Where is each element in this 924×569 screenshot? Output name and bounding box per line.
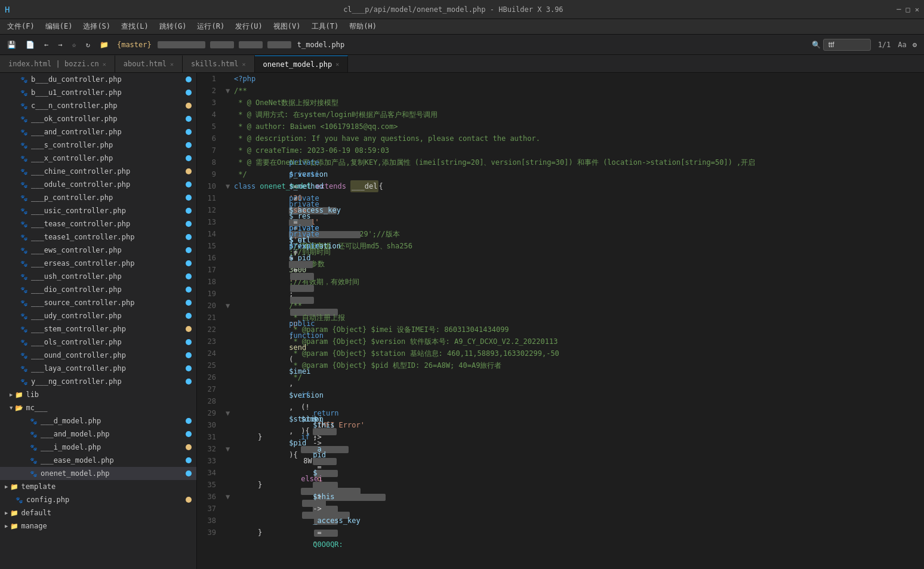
- tab-close-onenet[interactable]: ✕: [335, 61, 339, 67]
- badge: [186, 339, 192, 345]
- file-name: ___p_controller.php: [31, 193, 183, 202]
- folder-label-lib: lib: [26, 390, 39, 399]
- menu-help[interactable]: 帮助(H): [344, 20, 381, 33]
- sidebar-item-tease[interactable]: 🐾 ___tease_controller.php: [0, 217, 196, 230]
- file-icon: 🐾: [19, 232, 29, 242]
- folder-icon: 📂: [15, 404, 23, 412]
- sidebar-item-x[interactable]: 🐾 ___x_controller.php: [0, 152, 196, 165]
- code-line-27: public function send ( $imei , $version …: [226, 383, 919, 395]
- chevron-right-icon: ▶: [5, 484, 8, 490]
- badge: [186, 444, 192, 450]
- sidebar-item-dio[interactable]: 🐾 ___dio_controller.php: [0, 283, 196, 296]
- toolbar-icon-save[interactable]: 💾: [4, 39, 20, 50]
- file-name: ___ease_model.php: [41, 456, 183, 465]
- sidebar-item-cn[interactable]: 🐾 c___n_controller.php: [0, 99, 196, 112]
- menu-goto[interactable]: 跳转(G): [155, 20, 192, 33]
- toolbar-search-input[interactable]: [823, 39, 871, 51]
- code-line-3: * @ OneNet数据上报对接模型: [226, 97, 919, 109]
- tab-onenet[interactable]: onenet_model.php ✕: [255, 56, 349, 72]
- menu-edit[interactable]: 编辑(E): [41, 20, 78, 33]
- toolbar-forward[interactable]: →: [54, 39, 66, 50]
- file-name: y___ng_controller.php: [31, 377, 183, 386]
- title-bar-controls: ─ □ ✕: [897, 5, 919, 14]
- sidebar-item-erseas[interactable]: 🐾 ___erseas_controller.php: [0, 257, 196, 270]
- sidebar-item-p[interactable]: 🐾 ___p_controller.php: [0, 191, 196, 204]
- toolbar-settings[interactable]: ⚙: [909, 39, 920, 50]
- sidebar-folder-mc[interactable]: ▼ 📂 mc___: [0, 401, 196, 414]
- toolbar-search-icon: 🔍: [812, 41, 821, 49]
- sidebar-item-usic[interactable]: 🐾 ___usic_controller.php: [0, 204, 196, 217]
- sidebar-item-ols[interactable]: 🐾 ___ols_controller.php: [0, 336, 196, 349]
- file-name: ___usic_controller.php: [31, 207, 183, 215]
- sidebar-item-udy[interactable]: 🐾 ___udy_controller.php: [0, 309, 196, 322]
- tab-index[interactable]: index.html | bozzi.cn ✕: [0, 56, 115, 72]
- sidebar-folder-default[interactable]: ▶ 📁 default: [0, 506, 196, 519]
- sidebar-item-odule[interactable]: 🐾 ___odule_controller.php: [0, 178, 196, 191]
- sidebar-item-yng[interactable]: 🐾 y___ng_controller.php: [0, 375, 196, 388]
- code-line-6: * @ description: If you have any questio…: [226, 133, 919, 144]
- sidebar-item-ound[interactable]: 🐾 ___ound_controller.php: [0, 349, 196, 362]
- badge: [186, 195, 192, 201]
- sidebar-item-s[interactable]: 🐾 ___s_controller.php: [0, 139, 196, 152]
- folder-icon: 📁: [15, 391, 23, 399]
- sidebar-item-i-model[interactable]: 🐾 ___i_model.php: [0, 441, 196, 454]
- sidebar-folder-template[interactable]: ▶ 📁 template: [0, 480, 196, 493]
- file-name: ___tease1_controller.php: [31, 233, 183, 241]
- sidebar-item-ush[interactable]: 🐾 ___ush_controller.php: [0, 270, 196, 283]
- sidebar-item-ease-model[interactable]: 🐾 ___ease_model.php: [0, 454, 196, 467]
- file-name: ___tease_controller.php: [31, 220, 183, 228]
- menu-select[interactable]: 选择(S): [78, 20, 115, 33]
- title-bar-text: cl___p/api/model/onenet_model.php - HBui…: [14, 5, 892, 14]
- sidebar-item-bidu[interactable]: 🐾 b___du_controller.php: [0, 73, 196, 86]
- tab-about[interactable]: about.html ✕: [115, 56, 183, 72]
- sidebar-item-ok[interactable]: 🐾 ___ok_controller.php: [0, 112, 196, 125]
- sidebar-item-and[interactable]: 🐾 ___and_controller.php: [0, 125, 196, 139]
- sidebar-folder-manage[interactable]: ▶ 📁 manage: [0, 519, 196, 533]
- badge: [186, 182, 192, 187]
- tab-close-index[interactable]: ✕: [103, 61, 106, 67]
- sidebar-item-source[interactable]: 🐾 ___source_controller.php: [0, 296, 196, 309]
- sidebar-item-d-model[interactable]: 🐾 ___d_model.php: [0, 414, 196, 427]
- badge: [186, 287, 192, 293]
- sidebar-item-chine[interactable]: 🐾 ___chine_controller.php: [0, 165, 196, 178]
- sidebar-folder-lib[interactable]: ▶ 📁 lib: [0, 388, 196, 401]
- folder-icon: 📁: [10, 522, 19, 530]
- code-content[interactable]: <?php ▼ /** * @ OneNet数据上报对接模型 * @ 调用方式:…: [221, 73, 924, 569]
- code-line-25: * @param {Object} $pid 机型ID: 26=A8W; 40=…: [226, 359, 919, 371]
- menu-find[interactable]: 查找(L): [116, 20, 153, 33]
- badge: [186, 247, 192, 253]
- sidebar-item-config[interactable]: 🐾 config.php: [0, 493, 196, 506]
- sidebar-item-laya[interactable]: 🐾 ___laya_controller.php: [0, 362, 196, 375]
- menu-view[interactable]: 视图(V): [269, 20, 306, 33]
- menu-file[interactable]: 文件(F): [2, 20, 39, 33]
- tab-close-skills[interactable]: ✕: [242, 61, 246, 67]
- sidebar-item-onenet-model[interactable]: 🐾 onenet_model.php: [0, 467, 196, 480]
- tab-label-about: about.html: [124, 60, 167, 68]
- file-name: onenet_model.php: [41, 469, 183, 478]
- toolbar-refresh[interactable]: ↻: [82, 39, 94, 50]
- toolbar-blurred1: [158, 41, 205, 48]
- tab-skills[interactable]: skills.html ✕: [183, 56, 255, 72]
- badge: [186, 379, 192, 385]
- sidebar-item-bu1[interactable]: 🐾 b___u1_controller.php: [0, 86, 196, 99]
- sidebar-item-stem[interactable]: 🐾 ___stem_controller.php: [0, 322, 196, 336]
- sidebar-item-and-model[interactable]: 🐾 ___and_model.php: [0, 427, 196, 441]
- sidebar-item-ews[interactable]: 🐾 ___ews_controller.php: [0, 244, 196, 257]
- toolbar-star[interactable]: ☆: [68, 39, 79, 50]
- sidebar-item-tease1[interactable]: 🐾 ___tease1_controller.php: [0, 230, 196, 244]
- file-name: b___du_controller.php: [31, 75, 183, 84]
- toolbar-icon-new[interactable]: 📄: [22, 39, 38, 50]
- file-name: b___u1_controller.php: [31, 88, 183, 97]
- code-line-1: <?php: [226, 73, 919, 85]
- file-icon: 🐾: [19, 114, 29, 124]
- menu-tools[interactable]: 工具(T): [307, 20, 344, 33]
- toolbar-folder[interactable]: 📁: [96, 39, 112, 50]
- chevron-right-icon: ▶: [5, 523, 8, 529]
- file-icon: 🐾: [19, 350, 29, 360]
- menu-run[interactable]: 运行(R): [192, 20, 229, 33]
- file-icon: 🐾: [19, 153, 29, 163]
- toolbar-zoom: Aa: [898, 41, 906, 49]
- toolbar-back[interactable]: ←: [41, 39, 52, 50]
- tab-close-about[interactable]: ✕: [170, 61, 174, 67]
- menu-publish[interactable]: 发行(U): [230, 20, 267, 33]
